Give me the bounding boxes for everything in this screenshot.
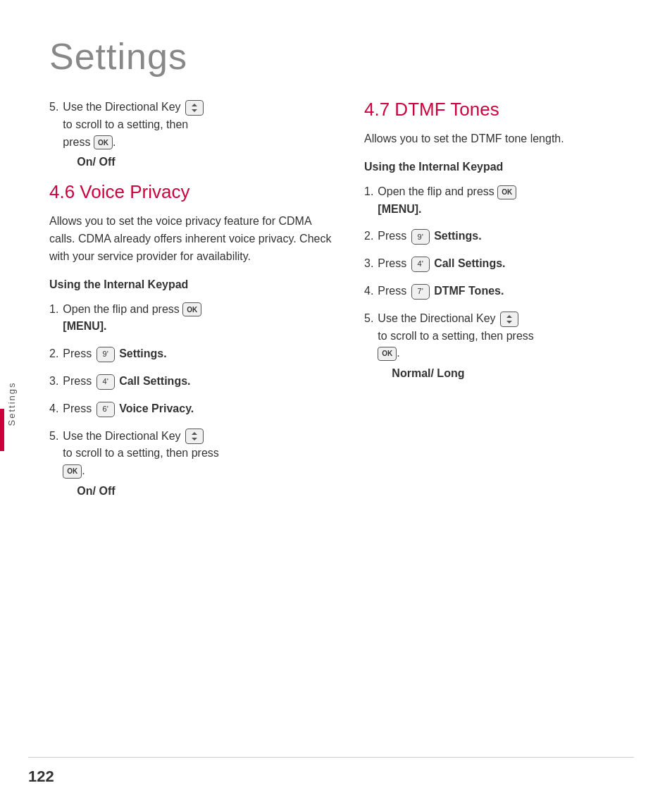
step-num: 5. xyxy=(49,428,58,445)
step-content: Press 4' Call Settings. xyxy=(63,373,336,390)
voice-privacy-steps: 1. Open the flip and press OK [MENU]. 2.… xyxy=(49,301,336,500)
step-item: 5. Use the Directional Key to scroll to … xyxy=(49,428,336,500)
step-num: 3. xyxy=(49,373,58,390)
step-item: 5. Use the Directional Key to scroll to … xyxy=(364,310,651,383)
step-bold: [MENU]. xyxy=(63,320,106,332)
svg-marker-4 xyxy=(506,315,512,318)
step-bold: Call Settings. xyxy=(119,375,190,387)
section-title-dtmf: 4.7 DTMF Tones xyxy=(364,99,651,121)
num-6-key: 6' xyxy=(97,402,115,417)
option-text: On/ Off xyxy=(77,483,336,500)
ok-key: OK xyxy=(182,302,201,316)
directional-key-icon-prev xyxy=(185,100,204,116)
step-bold: Settings. xyxy=(434,230,482,242)
svg-marker-2 xyxy=(192,432,197,435)
step-content: Use the Directional Key to scroll to a s… xyxy=(63,428,336,500)
step-item: 2. Press 9' Settings. xyxy=(49,345,336,363)
step-content: Open the flip and press OK [MENU]. xyxy=(378,183,651,218)
side-tab-label: Settings xyxy=(6,381,17,426)
step-item: 2. Press 9' Settings. xyxy=(364,228,651,245)
step-content: Use the Directional Key to scroll to a s… xyxy=(378,310,651,383)
ok-key: OK xyxy=(378,347,397,361)
footer-divider xyxy=(28,757,634,758)
page: Settings 122 Settings 5. Use the Directi… xyxy=(0,0,672,807)
step-num: 1. xyxy=(49,301,58,319)
voice-privacy-body: Allows you to set the voice privacy feat… xyxy=(49,213,336,265)
directional-key-icon xyxy=(185,429,204,444)
two-column-layout: 5. Use the Directional Key to scroll to … xyxy=(49,99,651,772)
section-title-voice-privacy: 4.6 Voice Privacy xyxy=(49,181,336,203)
page-number: 122 xyxy=(28,768,54,786)
step-num: 1. xyxy=(364,183,373,201)
svg-marker-0 xyxy=(192,104,197,106)
prev-step-num: 5. xyxy=(49,99,58,116)
left-column: 5. Use the Directional Key to scroll to … xyxy=(49,99,336,772)
step-item: 4. Press 6' Voice Privacy. xyxy=(49,400,336,418)
step-num: 4. xyxy=(49,400,58,418)
dtmf-steps: 1. Open the flip and press OK [MENU]. 2.… xyxy=(364,183,651,383)
directional-key-icon xyxy=(500,312,518,327)
num-9-key: 9' xyxy=(97,347,115,362)
ok-key: OK xyxy=(63,464,82,479)
prev-step-content: Use the Directional Key to scroll to a s… xyxy=(63,99,336,171)
step-bold: Settings. xyxy=(119,347,167,359)
side-tab-highlight xyxy=(0,409,4,451)
step-num: 2. xyxy=(49,345,58,363)
prev-option: On/ Off xyxy=(77,154,336,171)
step-item: 1. Open the flip and press OK [MENU]. xyxy=(364,183,651,218)
right-column: 4.7 DTMF Tones Allows you to set the DTM… xyxy=(364,99,651,772)
svg-marker-1 xyxy=(192,109,197,112)
step-content: Open the flip and press OK [MENU]. xyxy=(63,301,336,336)
step-num: 4. xyxy=(364,283,373,300)
side-tab: Settings xyxy=(0,0,23,807)
step-item: 3. Press 4' Call Settings. xyxy=(364,255,651,273)
step-content: Press 4' Call Settings. xyxy=(378,255,651,273)
step-bold: Voice Privacy. xyxy=(119,402,194,414)
num-4-key: 4' xyxy=(97,374,115,390)
step-content: Press 9' Settings. xyxy=(63,345,336,363)
step-num: 3. xyxy=(364,255,373,273)
num-7-key: 7' xyxy=(411,284,430,300)
step-item: 1. Open the flip and press OK [MENU]. xyxy=(49,301,336,336)
dtmf-body: Allows you to set the DTMF tone length. xyxy=(364,130,651,148)
step-bold: DTMF Tones. xyxy=(434,285,504,297)
step-num: 5. xyxy=(364,310,373,328)
num-4-key: 4' xyxy=(411,257,430,272)
step-content: Press 7' DTMF Tones. xyxy=(378,283,651,300)
option-text: Normal/ Long xyxy=(392,365,651,383)
step-item: 4. Press 7' DTMF Tones. xyxy=(364,283,651,300)
ok-key-prev: OK xyxy=(94,135,113,149)
ok-key: OK xyxy=(497,185,516,199)
step-item: 3. Press 4' Call Settings. xyxy=(49,373,336,390)
step-content: Press 9' Settings. xyxy=(378,228,651,245)
step-num: 2. xyxy=(364,228,373,245)
svg-marker-3 xyxy=(192,438,197,441)
prev-step-5: 5. Use the Directional Key to scroll to … xyxy=(49,99,336,171)
step-content: Press 6' Voice Privacy. xyxy=(63,400,336,418)
step-bold: [MENU]. xyxy=(378,203,421,215)
num-9-key: 9' xyxy=(411,229,430,245)
main-content: Settings 5. Use the Directional Key xyxy=(28,0,672,807)
internal-keypad-heading-right: Using the Internal Keypad xyxy=(364,161,651,173)
page-title: Settings xyxy=(49,35,651,78)
internal-keypad-heading-left: Using the Internal Keypad xyxy=(49,278,336,291)
step-bold: Call Settings. xyxy=(434,257,505,269)
svg-marker-5 xyxy=(506,321,512,324)
